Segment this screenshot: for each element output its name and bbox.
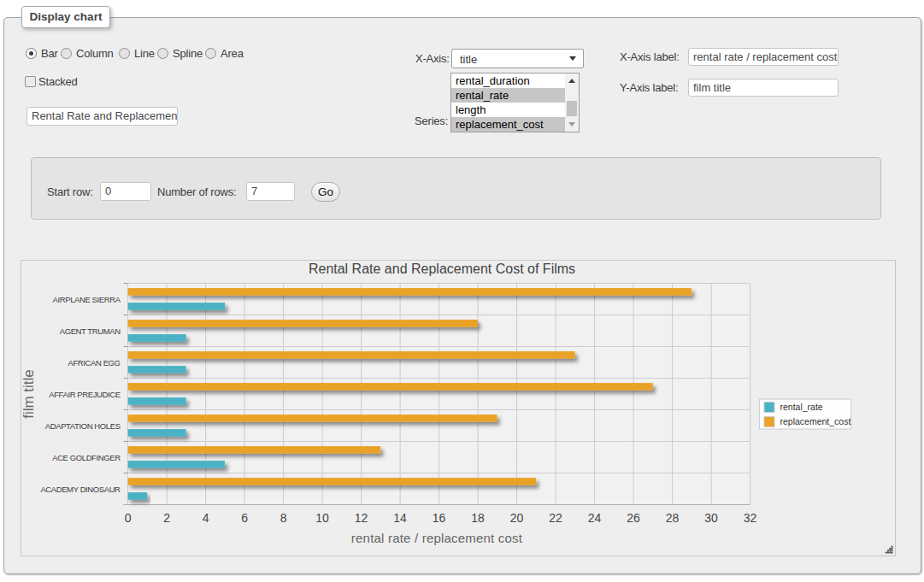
svg-text:16: 16 bbox=[433, 511, 446, 525]
svg-text:8: 8 bbox=[280, 511, 287, 525]
svg-text:28: 28 bbox=[666, 511, 680, 525]
svg-text:rental_rate: rental_rate bbox=[780, 402, 823, 412]
svg-text:AFRICAN EGG: AFRICAN EGG bbox=[68, 358, 121, 367]
svg-text:10: 10 bbox=[315, 511, 329, 525]
svg-text:22: 22 bbox=[549, 511, 562, 525]
svg-text:2: 2 bbox=[163, 511, 170, 525]
svg-text:32: 32 bbox=[744, 511, 757, 525]
svg-text:Rental Rate and Replacement Co: Rental Rate and Replacement Cost of Film… bbox=[309, 262, 575, 276]
svg-text:14: 14 bbox=[393, 511, 407, 525]
svg-text:30: 30 bbox=[704, 511, 718, 525]
svg-text:ACADEMY DINOSAUR: ACADEMY DINOSAUR bbox=[40, 485, 121, 494]
svg-text:ACE GOLDFINGER: ACE GOLDFINGER bbox=[52, 453, 121, 462]
svg-text:20: 20 bbox=[510, 511, 524, 525]
svg-text:18: 18 bbox=[471, 511, 485, 525]
svg-text:6: 6 bbox=[241, 511, 248, 525]
svg-text:ADAPTATION HOLES: ADAPTATION HOLES bbox=[45, 421, 121, 431]
svg-text:12: 12 bbox=[355, 511, 368, 525]
svg-text:0: 0 bbox=[125, 511, 132, 525]
svg-text:AFFAIR PREJUDICE: AFFAIR PREJUDICE bbox=[49, 390, 120, 399]
svg-text:rental rate / replacement cost: rental rate / replacement cost bbox=[351, 531, 523, 545]
svg-text:film title: film title bbox=[21, 369, 37, 419]
svg-text:26: 26 bbox=[627, 511, 640, 525]
svg-text:replacement_cost: replacement_cost bbox=[780, 416, 851, 426]
svg-text:4: 4 bbox=[203, 511, 209, 525]
svg-text:AIRPLANE SIERRA: AIRPLANE SIERRA bbox=[53, 295, 121, 304]
svg-text:AGENT TRUMAN: AGENT TRUMAN bbox=[60, 326, 121, 336]
svg-text:24: 24 bbox=[588, 511, 602, 525]
